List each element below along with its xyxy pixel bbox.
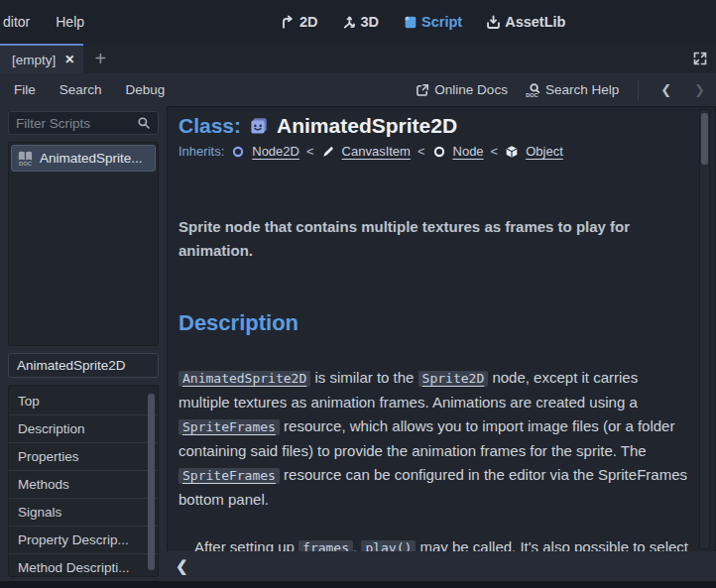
- section-property-descrip[interactable]: Property Descrip...: [9, 527, 158, 554]
- online-docs-button[interactable]: Online Docs: [416, 82, 508, 98]
- script-menubar: FileSearchDebug Online DocsDOCSearch Hel…: [0, 73, 716, 106]
- menu-help[interactable]: Help: [54, 10, 86, 34]
- menu-ditor[interactable]: ditor: [1, 10, 32, 34]
- nav-2d-icon: [281, 15, 296, 30]
- menu-debug[interactable]: Debug: [126, 82, 166, 97]
- menubar-actions: Online DocsDOCSearch Help: [416, 82, 619, 98]
- section-top[interactable]: Top: [9, 388, 158, 415]
- nav-2d-label: 2D: [299, 14, 318, 30]
- animatedsprite2d-icon: [249, 116, 269, 136]
- member-filter-field[interactable]: AnimatedSprite2D: [8, 353, 159, 378]
- description-heading: Description: [179, 310, 689, 336]
- nav-assetlib-label: AssetLib: [505, 14, 565, 30]
- scripts-list: DOCAnimatedSprite...: [8, 142, 159, 346]
- topbar: ditorHelp 2D3DScriptAssetLib: [0, 0, 716, 44]
- search-help-button[interactable]: DOCSearch Help: [525, 82, 619, 98]
- history-back-icon[interactable]: ❮: [657, 82, 674, 97]
- nav-3d-icon: [342, 15, 357, 30]
- menubar-separator: [638, 80, 639, 100]
- node-icon: [432, 145, 446, 159]
- online-docs-label: Online Docs: [434, 82, 508, 97]
- section-properties[interactable]: Properties: [9, 443, 158, 471]
- code-link[interactable]: play(): [361, 540, 416, 551]
- inherit-link-object[interactable]: Object: [526, 144, 563, 159]
- inherits-row: Inherits: Node2D<CanvasItem<Node<Object: [179, 144, 689, 159]
- description-paragraph-2: After setting up frames, play() may be c…: [179, 535, 690, 551]
- code-link[interactable]: SpriteFrames: [179, 419, 280, 435]
- menu-file[interactable]: File: [14, 82, 36, 97]
- class-name: AnimatedSprite2D: [277, 114, 457, 138]
- code-link[interactable]: frames: [298, 540, 353, 551]
- tab-empty[interactable]: [empty] ✕: [0, 44, 83, 73]
- node2d-icon: [231, 145, 245, 159]
- nav-script-icon: [403, 15, 418, 30]
- script-item[interactable]: DOCAnimatedSprite...: [11, 145, 156, 172]
- inherit-link-node2d[interactable]: Node2D: [252, 144, 299, 159]
- window-bottom-edge: [0, 581, 716, 588]
- inherit-link-canvasitem[interactable]: CanvasItem: [342, 144, 411, 159]
- script-item-label: AnimatedSprite...: [40, 151, 143, 166]
- nav-script-button[interactable]: Script: [403, 14, 462, 30]
- search-help-label: Search Help: [545, 82, 619, 97]
- svg-text:DOC: DOC: [526, 91, 537, 97]
- inherits-chain: Node2D<CanvasItem<Node<Object: [231, 144, 563, 159]
- search-icon: [137, 116, 151, 130]
- help-doc-panel: Class: AnimatedSprite2D Inherits:: [167, 106, 716, 551]
- nav-assetlib-icon: [486, 15, 501, 30]
- godot-editor-window: ditorHelp 2D3DScriptAssetLib [empty] ✕ +…: [0, 0, 716, 588]
- brief-description: Sprite node that contains multiple textu…: [179, 215, 690, 263]
- filter-scripts-placeholder: Filter Scripts: [16, 116, 137, 131]
- help-sections-list: TopDescriptionPropertiesMethodsSignalsPr…: [8, 385, 159, 577]
- nav-script-label: Script: [421, 14, 462, 30]
- main-panel: Class: AnimatedSprite2D Inherits:: [167, 106, 716, 581]
- help-doc-icon: DOC: [17, 150, 34, 167]
- nav-3d-button[interactable]: 3D: [342, 14, 380, 30]
- nav-2d-button[interactable]: 2D: [281, 14, 318, 30]
- external-link-icon: [416, 83, 429, 97]
- class-title: Class: AnimatedSprite2D: [179, 114, 689, 138]
- menubar-right: Online DocsDOCSearch Help ❮ ❯: [416, 80, 708, 100]
- body: Filter Scripts DOCAnimatedSprite... Anim…: [0, 106, 716, 581]
- scripts-sidebar: Filter Scripts DOCAnimatedSprite... Anim…: [0, 106, 167, 581]
- inherit-separator: <: [418, 144, 425, 159]
- svg-text:DOC: DOC: [19, 161, 33, 167]
- class-prefix-label: Class:: [179, 114, 241, 138]
- description-paragraph: AnimatedSprite2D is similar to the Sprit…: [179, 366, 690, 512]
- section-description[interactable]: Description: [9, 415, 158, 443]
- topbar-nav: 2D3DScriptAssetLib: [281, 0, 565, 44]
- search-doc-icon: DOC: [525, 82, 540, 98]
- menubar-menus: FileSearchDebug: [14, 82, 165, 97]
- bottom-panel-bar: ❮: [167, 551, 716, 581]
- code-link[interactable]: SpriteFrames: [179, 468, 280, 484]
- canvasitem-icon: [321, 145, 335, 159]
- sections-scrollbar[interactable]: [148, 394, 155, 570]
- history-forward-icon[interactable]: ❯: [691, 82, 708, 97]
- tab-label: [empty]: [12, 53, 56, 67]
- object-icon: [505, 145, 519, 159]
- distraction-free-icon[interactable]: [692, 51, 708, 66]
- new-script-button[interactable]: +: [83, 44, 117, 73]
- inherits-label: Inherits:: [179, 144, 224, 159]
- inherit-separator: <: [306, 144, 314, 159]
- inherit-separator: <: [491, 144, 499, 159]
- menu-search[interactable]: Search: [60, 82, 102, 97]
- filter-scripts-input[interactable]: Filter Scripts: [8, 111, 159, 135]
- bottom-panel-expand-icon[interactable]: ❮: [176, 557, 188, 575]
- doc-scrollbar-thumb[interactable]: [701, 113, 708, 165]
- section-method-descripti[interactable]: Method Descripti...: [9, 554, 158, 577]
- nav-3d-label: 3D: [361, 14, 380, 30]
- topbar-menus: ditorHelp: [0, 10, 86, 34]
- script-tabbar: [empty] ✕ +: [0, 44, 716, 73]
- nav-assetlib-button[interactable]: AssetLib: [486, 14, 565, 30]
- tab-close-icon[interactable]: ✕: [64, 54, 74, 65]
- section-methods[interactable]: Methods: [9, 471, 158, 499]
- code-link[interactable]: Sprite2D: [418, 371, 489, 387]
- code-link[interactable]: AnimatedSprite2D: [179, 371, 310, 387]
- inherit-link-node[interactable]: Node: [453, 144, 484, 159]
- section-signals[interactable]: Signals: [9, 499, 158, 527]
- doc-scrollbar[interactable]: [699, 109, 710, 549]
